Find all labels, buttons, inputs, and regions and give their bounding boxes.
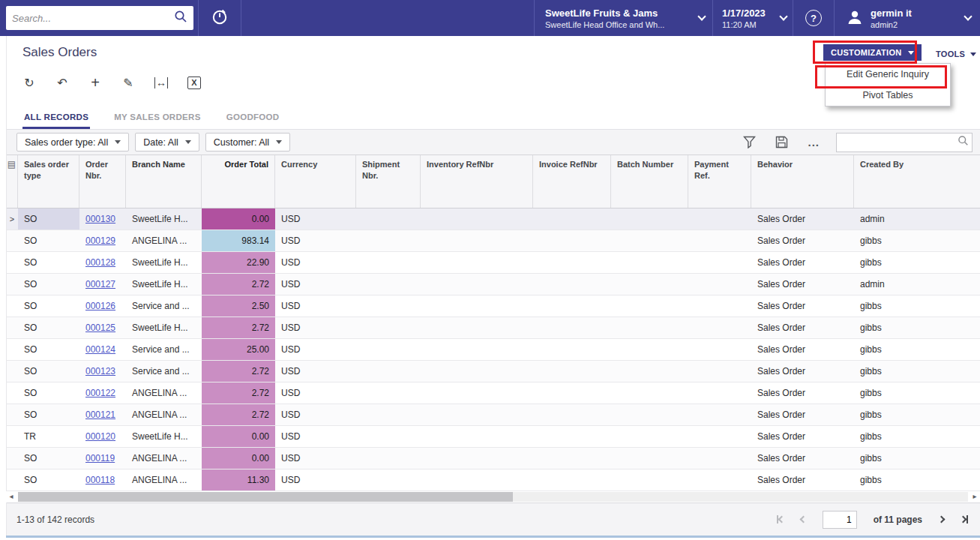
export-excel-icon[interactable]: X — [187, 76, 201, 89]
cell-created-by: gibbs — [854, 339, 980, 360]
col-batch-number[interactable]: Batch Number — [611, 155, 688, 208]
cell-behavior: Sales Order — [751, 230, 854, 251]
order-nbr-link[interactable]: 000121 — [85, 410, 115, 420]
cell-created-by: gibbs — [854, 296, 980, 316]
col-order-total[interactable]: Order Total — [202, 155, 275, 208]
row-marker — [6, 230, 18, 251]
order-nbr-link[interactable]: 000124 — [85, 344, 115, 355]
table-row[interactable]: SO 000119 ANGELINA ... 0.00 USD Sales Or… — [6, 448, 980, 470]
previous-page-button[interactable] — [801, 517, 806, 522]
cell-shipment-nbr — [356, 339, 421, 360]
filter-customer[interactable]: Customer: All — [205, 133, 290, 152]
pages-label: of 11 pages — [874, 514, 922, 525]
table-row[interactable]: SO 000121 ANGELINA ... 2.72 USD Sales Or… — [6, 404, 980, 426]
order-nbr-link[interactable]: 000126 — [85, 301, 115, 311]
scroll-left-icon[interactable]: ◂ — [7, 492, 15, 500]
help-button[interactable]: ? — [793, 0, 834, 36]
filter-date[interactable]: Date: All — [135, 133, 199, 152]
table-row[interactable]: SO 000128 SweetLife H... 22.90 USD Sales… — [6, 252, 980, 274]
company-name: SweetLife Fruits & Jams — [545, 8, 693, 19]
order-nbr-link[interactable]: 000118 — [85, 475, 115, 485]
tab-goodfood[interactable]: GOODFOOD — [225, 112, 281, 129]
col-currency[interactable]: Currency — [275, 155, 356, 208]
business-date-button[interactable] — [199, 0, 241, 36]
tab-my-sales-orders[interactable]: MY SALES ORDERS — [112, 112, 202, 129]
order-nbr-link[interactable]: 000125 — [85, 322, 115, 333]
edit-record-icon[interactable]: ✎ — [121, 74, 135, 91]
table-row[interactable]: SO 000125 SweetLife H... 2.72 USD Sales … — [6, 317, 980, 339]
user-account: admin2 — [871, 20, 959, 29]
menu-item-pivot-tables[interactable]: Pivot Tables — [826, 85, 950, 106]
column-config-icon[interactable]: ▤ — [6, 155, 18, 208]
filter-sales-order-type[interactable]: Sales order type: All — [16, 133, 129, 152]
table-row[interactable]: SO 000129 ANGELINA ... 983.14 USD Sales … — [6, 230, 980, 252]
global-search-box[interactable] — [6, 6, 193, 30]
search-icon[interactable] — [174, 10, 187, 26]
cell-sales-order-type: SO — [18, 274, 79, 295]
first-page-button[interactable] — [777, 515, 784, 524]
order-nbr-link[interactable]: 000119 — [85, 453, 115, 464]
customization-button[interactable]: CUSTOMIZATION — [823, 44, 922, 61]
cell-invoice-refnbr — [533, 470, 611, 490]
col-inventory-refnbr[interactable]: Inventory RefNbr — [421, 155, 533, 208]
add-record-icon[interactable]: + — [88, 74, 102, 91]
table-row[interactable]: SO 000124 Service and ... 25.00 USD Sale… — [6, 339, 980, 361]
date-selector[interactable]: 1/17/2023 11:20 AM — [712, 0, 793, 36]
page-number-input[interactable] — [823, 511, 857, 529]
grid-search-box[interactable] — [836, 133, 973, 152]
order-nbr-link[interactable]: 000130 — [85, 214, 115, 224]
save-filter-icon[interactable] — [775, 136, 788, 148]
order-nbr-link[interactable]: 000123 — [85, 366, 115, 376]
cell-created-by: gibbs — [854, 426, 980, 447]
table-row[interactable]: SO 000123 Service and ... 2.72 USD Sales… — [6, 361, 980, 382]
fit-width-icon[interactable]: ↔ — [154, 77, 168, 88]
col-branch-name[interactable]: Branch Name — [126, 155, 202, 208]
scroll-right-icon[interactable]: ▸ — [971, 492, 979, 500]
cell-behavior: Sales Order — [751, 404, 854, 425]
cell-behavior: Sales Order — [751, 426, 854, 447]
company-selector[interactable]: SweetLife Fruits & Jams SweetLife Head O… — [534, 0, 712, 36]
user-menu[interactable]: germin it admin2 — [834, 0, 980, 36]
menu-item-edit-generic-inquiry[interactable]: Edit Generic Inquiry — [826, 64, 950, 85]
next-page-button[interactable] — [939, 517, 944, 522]
table-row[interactable]: SO 000118 ANGELINA ... 11.30 USD Sales O… — [6, 470, 980, 491]
scrollbar-thumb[interactable] — [18, 492, 513, 502]
tab-all-records[interactable]: ALL RECORDS — [22, 112, 90, 129]
order-nbr-link[interactable]: 000120 — [85, 431, 115, 442]
row-marker — [6, 448, 18, 469]
table-row[interactable]: > SO 000130 SweetLife H... 0.00 USD Sale… — [6, 208, 980, 230]
table-row[interactable]: SO 000122 ANGELINA ... 2.72 USD Sales Or… — [6, 382, 980, 404]
refresh-icon[interactable]: ↻ — [22, 74, 36, 91]
page-title: Sales Orders — [22, 45, 97, 60]
cell-inventory-refnbr — [421, 339, 533, 360]
filter-label: Sales order type: All — [25, 137, 108, 148]
more-options-icon[interactable]: ... — [808, 140, 820, 146]
scrollbar-track[interactable] — [18, 492, 968, 502]
col-payment-ref[interactable]: Payment Ref. — [688, 155, 751, 208]
last-page-button[interactable] — [961, 515, 968, 524]
cell-invoice-refnbr — [533, 448, 611, 469]
table-row[interactable]: SO 000126 Service and ... 2.50 USD Sales… — [6, 296, 980, 317]
col-invoice-refnbr[interactable]: Invoice RefNbr — [533, 155, 611, 208]
col-behavior[interactable]: Behavior — [751, 155, 854, 208]
order-nbr-link[interactable]: 000127 — [85, 279, 115, 290]
table-row[interactable]: SO 000127 SweetLife H... 2.72 USD Sales … — [6, 274, 980, 296]
tools-button[interactable]: TOOLS — [936, 46, 976, 62]
grid-search-input[interactable] — [841, 137, 958, 148]
order-nbr-link[interactable]: 000129 — [85, 236, 115, 246]
cell-payment-ref — [688, 448, 751, 469]
filter-settings-icon[interactable] — [743, 136, 756, 148]
cell-currency: USD — [275, 208, 356, 230]
col-shipment-nbr[interactable]: Shipment Nbr. — [356, 155, 421, 208]
cell-order-total: 2.72 — [202, 361, 275, 382]
table-row[interactable]: TR 000120 SweetLife H... 0.00 USD Sales … — [6, 426, 980, 448]
global-search-input[interactable] — [12, 13, 174, 24]
undo-icon[interactable]: ↶ — [55, 74, 69, 91]
col-sales-order-type[interactable]: Sales order type — [18, 155, 79, 208]
order-nbr-link[interactable]: 000122 — [85, 388, 115, 398]
col-created-by[interactable]: Created By — [854, 155, 980, 208]
order-nbr-link[interactable]: 000128 — [85, 257, 115, 268]
col-order-nbr[interactable]: Order Nbr. — [79, 155, 126, 208]
cell-order-nbr: 000122 — [79, 382, 126, 404]
cell-batch-number — [611, 339, 688, 360]
